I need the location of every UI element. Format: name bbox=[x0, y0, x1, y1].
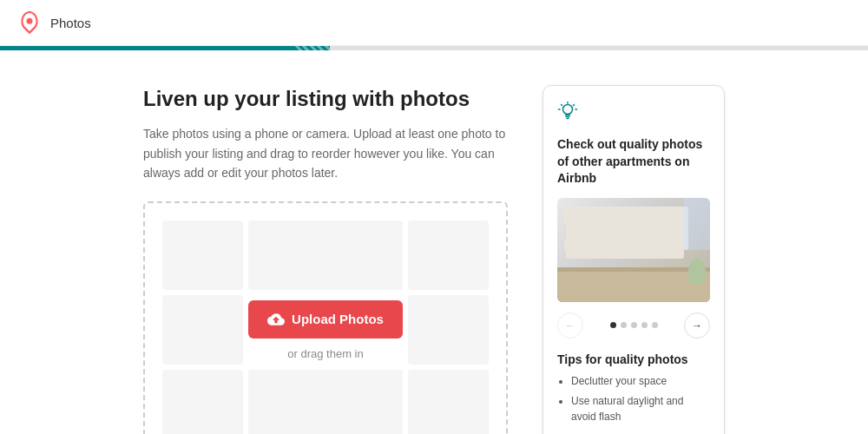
photo-placeholder bbox=[162, 295, 243, 365]
carousel-prev-button[interactable]: ← bbox=[557, 312, 583, 339]
section-title: Liven up your listing with photos bbox=[143, 85, 508, 112]
svg-line-4 bbox=[574, 105, 575, 106]
next-arrow-icon: → bbox=[692, 319, 702, 332]
carousel-dot-1 bbox=[610, 322, 616, 328]
upload-button-label: Upload Photos bbox=[292, 312, 384, 326]
prev-arrow-icon: ← bbox=[565, 319, 575, 332]
main-content: Liven up your listing with photos Take p… bbox=[17, 50, 851, 434]
tips-item-1: Declutter your space bbox=[571, 373, 710, 389]
tips-heading: Tips for quality photos bbox=[557, 352, 710, 366]
carousel-next-button[interactable]: → bbox=[684, 312, 710, 339]
upload-icon bbox=[267, 311, 285, 328]
svg-line-3 bbox=[562, 105, 562, 106]
drag-text: or drag them in bbox=[287, 347, 363, 360]
left-content: Liven up your listing with photos Take p… bbox=[143, 85, 508, 434]
photo-placeholder bbox=[408, 220, 489, 290]
carousel-dot-3 bbox=[631, 322, 637, 328]
page-title: Photos bbox=[50, 16, 91, 30]
carousel-dot-4 bbox=[641, 322, 648, 328]
lightbulb-icon bbox=[557, 102, 710, 128]
carousel-dots bbox=[610, 322, 658, 328]
upload-drop-area[interactable]: Upload Photos or drag them in bbox=[143, 201, 508, 434]
photo-placeholder bbox=[408, 370, 489, 434]
photo-placeholder bbox=[162, 220, 243, 290]
upload-photos-button[interactable]: Upload Photos bbox=[248, 300, 403, 339]
tips-list: Declutter your space Use natural dayligh… bbox=[557, 373, 710, 424]
bedroom-image bbox=[557, 198, 710, 302]
right-panel: Check out quality photos of other apartm… bbox=[542, 85, 725, 434]
photo-placeholder bbox=[248, 220, 403, 290]
progress-bar-fill bbox=[0, 46, 330, 50]
svg-point-0 bbox=[27, 18, 33, 24]
photo-placeholder bbox=[162, 370, 243, 434]
carousel-dot-5 bbox=[652, 322, 658, 328]
upload-center: Upload Photos or drag them in bbox=[248, 295, 403, 365]
progress-bar-stripe bbox=[295, 46, 330, 50]
header: Photos bbox=[0, 0, 868, 46]
progress-bar-container bbox=[0, 46, 868, 50]
carousel-controls: ← → bbox=[557, 312, 710, 339]
section-description: Take photos using a phone or camera. Upl… bbox=[143, 124, 508, 182]
airbnb-logo bbox=[17, 10, 42, 35]
tips-item-2: Use natural daylight and avoid flash bbox=[571, 393, 710, 424]
panel-heading: Check out quality photos of other apartm… bbox=[557, 136, 710, 187]
carousel-dot-2 bbox=[621, 322, 627, 328]
photo-placeholder bbox=[248, 370, 403, 434]
photo-placeholder bbox=[408, 295, 489, 365]
svg-point-1 bbox=[563, 105, 573, 115]
